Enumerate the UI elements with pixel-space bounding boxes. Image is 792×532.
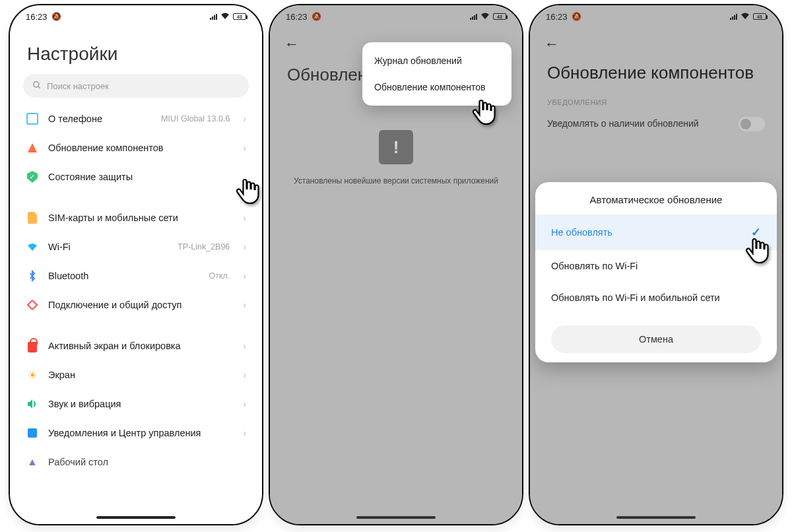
page-title: Настройки <box>10 28 262 74</box>
chevron-right-icon: › <box>243 399 246 409</box>
row-wifi[interactable]: Wi-Fi TP-Link_2B96 › <box>16 232 255 261</box>
row-lock-screen[interactable]: Активный экран и блокировка › <box>16 331 255 360</box>
info-icon: ! <box>379 130 413 164</box>
chevron-right-icon: › <box>243 370 246 380</box>
option-do-not-update[interactable]: Не обновлять ✓ <box>535 215 777 250</box>
option-update-wifi[interactable]: Обновлять по Wi-Fi <box>535 250 777 282</box>
row-component-update[interactable]: Обновление компонентов › <box>16 133 255 162</box>
sun-icon: ☀ <box>26 368 39 382</box>
chevron-right-icon: › <box>243 300 246 310</box>
battery-icon: 43 <box>493 13 506 20</box>
chevron-right-icon: › <box>243 143 246 153</box>
home-indicator <box>96 516 176 519</box>
chevron-right-icon: › <box>243 271 246 281</box>
mute-icon: 🔕 <box>312 12 321 21</box>
battery-icon: 43 <box>233 13 246 20</box>
status-time: 16:23 <box>286 12 308 22</box>
row-about-phone[interactable]: О телефоне MIUI Global 13.0.6 › <box>16 104 255 133</box>
phone-auto-update-sheet: 16:23 🔕 43 ← Обновление компонентов УВЕД… <box>529 4 783 525</box>
chevron-right-icon: › <box>243 242 246 252</box>
update-status-text: Установлены новейшие версии системных пр… <box>270 176 522 185</box>
check-icon: ✓ <box>751 225 761 240</box>
svg-point-0 <box>34 81 39 86</box>
menu-update-log[interactable]: Журнал обновлений <box>362 48 512 74</box>
row-display[interactable]: ☀ Экран › <box>16 360 255 389</box>
phone-settings: 16:23 🔕 43 Настройки Поиск настроек О те… <box>9 4 263 525</box>
search-placeholder: Поиск настроек <box>47 81 109 91</box>
phone-update-menu: 16:23 🔕 43 ← Обновлени ! Установлены нов… <box>269 4 523 525</box>
wifi-icon <box>220 12 230 22</box>
overflow-menu: Журнал обновлений Обновление компонентов <box>362 42 512 106</box>
menu-component-update[interactable]: Обновление компонентов <box>362 74 512 100</box>
row-bluetooth[interactable]: Bluetooth Откл. › <box>16 261 255 290</box>
status-time: 16:23 <box>26 12 48 22</box>
row-home-screen[interactable]: ▲ Рабочий стол <box>16 448 255 477</box>
shield-icon <box>26 170 39 183</box>
status-bar: 16:23 🔕 43 <box>10 5 262 28</box>
wifi-icon <box>26 240 39 253</box>
bluetooth-icon <box>26 269 39 283</box>
row-security-status[interactable]: Состояние защиты <box>16 162 255 191</box>
wifi-icon <box>480 12 490 22</box>
chevron-right-icon: › <box>243 428 246 438</box>
home-indicator <box>616 516 696 519</box>
row-connection-sharing[interactable]: Подключение и общий доступ › <box>16 290 255 319</box>
settings-list: О телефоне MIUI Global 13.0.6 › Обновлен… <box>10 104 262 477</box>
sim-icon <box>26 211 39 224</box>
option-update-wifi-mobile[interactable]: Обновлять по Wi-Fi и мобильной сети <box>535 282 777 314</box>
chevron-right-icon: › <box>243 114 246 124</box>
lock-icon <box>26 339 39 352</box>
phone-icon <box>26 112 39 125</box>
back-button[interactable]: ← <box>284 36 299 53</box>
signal-icon <box>470 13 477 20</box>
notification-icon <box>26 426 39 440</box>
sound-icon <box>26 397 39 411</box>
svg-line-1 <box>38 86 40 88</box>
search-icon <box>32 81 42 92</box>
update-icon <box>26 141 39 154</box>
chevron-right-icon: › <box>243 341 246 351</box>
row-notifications[interactable]: Уведомления и Центр управления › <box>16 418 255 448</box>
sheet-title: Автоматическое обновление <box>535 182 777 215</box>
row-sim-networks[interactable]: SIM-карты и мобильные сети › <box>16 203 255 232</box>
auto-update-sheet: Автоматическое обновление Не обновлять ✓… <box>535 182 777 362</box>
row-sound[interactable]: Звук и вибрация › <box>16 389 255 418</box>
share-icon <box>26 298 39 312</box>
signal-icon <box>210 13 217 20</box>
cancel-button[interactable]: Отмена <box>551 325 761 353</box>
home-icon: ▲ <box>26 455 39 469</box>
chevron-right-icon: › <box>243 213 246 223</box>
mute-icon: 🔕 <box>51 12 61 21</box>
search-input[interactable]: Поиск настроек <box>23 74 249 98</box>
home-indicator <box>356 516 436 519</box>
status-bar: 16:23 🔕 43 <box>270 5 522 28</box>
